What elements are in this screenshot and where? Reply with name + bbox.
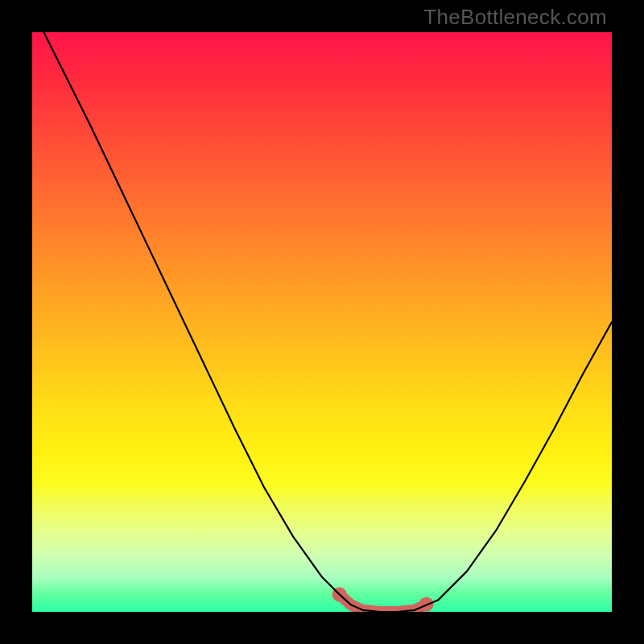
watermark-label: TheBottleneck.com [423,5,607,30]
highlight-start-dot [332,587,347,601]
plot-area [32,32,612,612]
chart-frame: TheBottleneck.com [0,0,644,644]
chart-svg [32,32,612,612]
highlight-band-path [340,594,427,612]
highlight-end-dot [419,597,434,612]
curve-path [43,32,612,612]
